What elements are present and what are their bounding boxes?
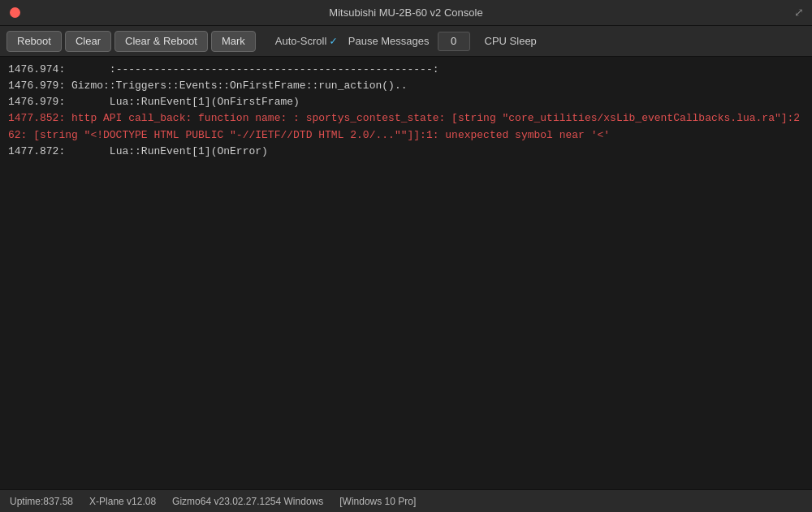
pause-messages-label: Pause Messages — [348, 35, 430, 47]
mark-button[interactable]: Mark — [211, 31, 256, 52]
clear-reboot-button[interactable]: Clear & Reboot — [114, 31, 208, 52]
traffic-light-close[interactable] — [10, 7, 20, 18]
console-line: 1476.979: Lua::RunEvent[1](OnFirstFrame) — [8, 94, 804, 110]
status-xplane: X-Plane v12.08 — [89, 496, 156, 507]
clear-button[interactable]: Clear — [65, 31, 111, 52]
toolbar: Reboot Clear Clear & Reboot Mark Auto-Sc… — [0, 26, 812, 57]
expand-icon[interactable]: ⤢ — [794, 6, 804, 19]
auto-scroll-check: ✓ — [330, 34, 336, 48]
counter-input[interactable] — [438, 32, 470, 51]
status-os: [Windows 10 Pro] — [339, 496, 416, 507]
console-line: 1476.974: :-----------------------------… — [8, 62, 804, 78]
auto-scroll-label: Auto-Scroll — [275, 35, 327, 47]
console-area: 1476.974: :-----------------------------… — [0, 57, 812, 489]
console-line: 1477.872: Lua::RunEvent[1](OnError) — [8, 144, 804, 160]
title-bar: Mitsubishi MU-2B-60 v2 Console ⤢ — [0, 0, 812, 26]
status-uptime: Uptime:837.58 — [10, 496, 73, 507]
console-line: 1477.852: http API call_back: function n… — [8, 110, 804, 143]
reboot-button[interactable]: Reboot — [6, 31, 62, 52]
window-title: Mitsubishi MU-2B-60 v2 Console — [329, 6, 482, 19]
status-bar: Uptime:837.58 X-Plane v12.08 Gizmo64 v23… — [0, 489, 812, 512]
cpu-sleep-label: CPU Sleep — [485, 35, 537, 47]
status-gizmo: Gizmo64 v23.02.27.1254 Windows — [172, 496, 323, 507]
console-line: 1476.979: Gizmo::Triggers::Events::OnFir… — [8, 78, 804, 94]
window-controls: ⤢ — [794, 6, 804, 19]
